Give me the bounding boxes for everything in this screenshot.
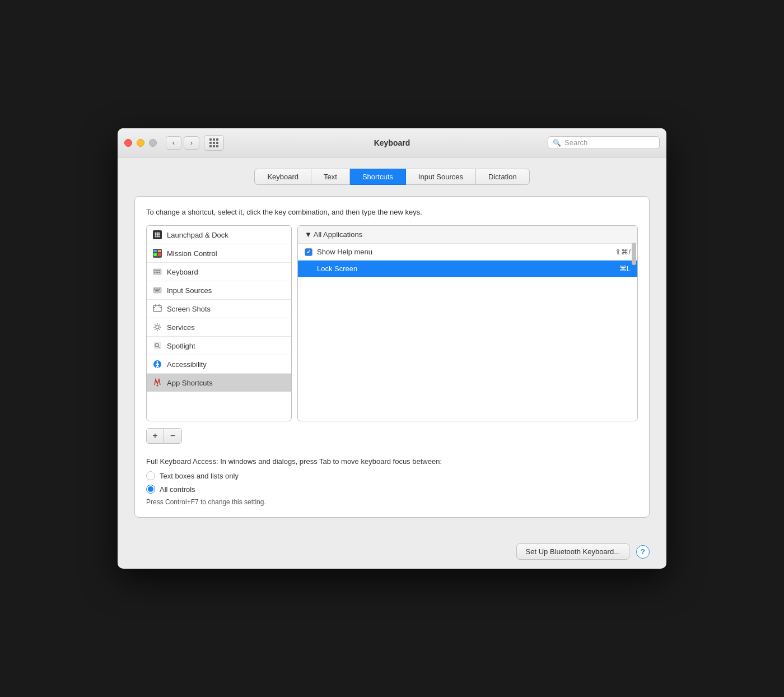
mission-control-icon (152, 248, 162, 258)
maximize-button[interactable] (149, 139, 157, 147)
svg-rect-24 (154, 289, 155, 290)
sidebar-item-mission-control[interactable]: Mission Control (147, 244, 291, 263)
svg-point-39 (157, 361, 158, 363)
sidebar-item-screen-shots[interactable]: Screen Shots (147, 300, 291, 318)
accessibility-icon (152, 359, 162, 369)
keyboard-icon (152, 267, 162, 277)
radio-label-text-only: Text boxes and lists only (160, 472, 239, 480)
svg-rect-28 (155, 290, 159, 291)
svg-point-34 (156, 326, 159, 329)
checkmark-icon: ✓ (306, 249, 311, 255)
sidebar-item-accessibility[interactable]: Accessibility (147, 355, 291, 374)
tabs-bar: Keyboard Text Shortcuts Input Sources Di… (134, 169, 650, 185)
svg-rect-21 (156, 272, 158, 273)
sidebar-item-label: Accessibility (167, 360, 207, 369)
add-shortcut-button[interactable]: + (146, 428, 164, 444)
shortcuts-panel: To change a shortcut, select it, click t… (134, 196, 650, 518)
radio-circle-text-only (146, 471, 155, 480)
svg-rect-12 (158, 250, 161, 252)
svg-rect-27 (159, 289, 160, 290)
search-placeholder: Search (564, 138, 587, 147)
category-list: Launchpad & Dock Mission Control Keyboar… (146, 225, 292, 421)
setup-bluetooth-button[interactable]: Set Up Bluetooth Keyboard... (516, 543, 629, 560)
svg-rect-26 (157, 289, 158, 290)
main-window: ‹ › Keyboard 🔍 Search Keyboard Text Shor… (118, 128, 666, 569)
titlebar: ‹ › Keyboard 🔍 Search (118, 128, 666, 157)
help-button[interactable]: ? (636, 545, 650, 559)
tab-dictation[interactable]: Dictation (476, 169, 530, 185)
svg-rect-20 (154, 272, 155, 273)
svg-point-4 (155, 234, 157, 236)
all-apps-header: ▼ All Applications (298, 226, 637, 244)
svg-rect-14 (158, 253, 161, 256)
traffic-lights (124, 139, 157, 147)
sidebar-item-app-shortcuts[interactable]: App Shortcuts (147, 374, 291, 392)
radio-dot (148, 486, 153, 492)
svg-rect-11 (153, 250, 157, 252)
close-button[interactable] (124, 139, 132, 147)
tab-input-sources[interactable]: Input Sources (406, 169, 476, 185)
radio-all-controls[interactable]: All controls (146, 485, 638, 494)
svg-point-44 (157, 385, 158, 387)
shortcut-key: ⇧⌘/ (615, 248, 631, 256)
svg-rect-22 (159, 272, 160, 273)
svg-rect-13 (153, 253, 157, 256)
svg-point-2 (157, 233, 158, 234)
shortcuts-area: Launchpad & Dock Mission Control Keyboar… (146, 225, 638, 421)
shortcut-label: Show Help menu (317, 248, 610, 256)
shortcuts-list-panel: ▼ All Applications ✓ Show Help menu ⇧⌘/ … (297, 225, 638, 421)
forward-button[interactable]: › (184, 136, 199, 150)
grid-icon (209, 138, 218, 147)
sidebar-item-label: Mission Control (167, 249, 217, 258)
sidebar-item-label: Screen Shots (167, 305, 211, 313)
sidebar-item-input-sources[interactable]: Input Sources (147, 281, 291, 300)
content-area: Keyboard Text Shortcuts Input Sources Di… (118, 157, 666, 535)
scrollbar-thumb (632, 243, 636, 265)
svg-point-5 (157, 234, 158, 236)
search-icon: 🔍 (553, 139, 561, 147)
svg-point-7 (155, 236, 157, 238)
sidebar-item-services[interactable]: Services (147, 318, 291, 337)
svg-point-9 (158, 236, 160, 238)
tab-keyboard[interactable]: Keyboard (254, 169, 311, 185)
sidebar-item-keyboard[interactable]: Keyboard (147, 263, 291, 281)
back-button[interactable]: ‹ (166, 136, 181, 150)
window-title: Keyboard (374, 138, 410, 147)
launchpad-icon (152, 230, 162, 240)
remove-shortcut-button[interactable]: − (164, 428, 182, 444)
svg-point-3 (158, 233, 160, 234)
radio-label-all-controls: All controls (160, 485, 195, 494)
input-sources-icon (152, 285, 162, 295)
screen-shots-icon (152, 304, 162, 314)
svg-rect-18 (157, 270, 158, 271)
minimize-button[interactable] (137, 139, 144, 147)
radio-text-only[interactable]: Text boxes and lists only (146, 471, 638, 480)
tab-text[interactable]: Text (311, 169, 350, 185)
shortcut-label: Lock Screen (317, 264, 615, 273)
keyboard-access-section: Full Keyboard Access: In windows and dia… (146, 455, 638, 506)
grid-button[interactable] (204, 135, 224, 151)
svg-rect-19 (159, 270, 160, 271)
shortcut-key: ⌘L (619, 264, 631, 273)
instruction-text: To change a shortcut, select it, click t… (146, 208, 638, 216)
svg-point-6 (158, 234, 160, 236)
sidebar-item-label: Services (167, 323, 195, 332)
add-remove-buttons: + − (146, 428, 638, 444)
tab-shortcuts[interactable]: Shortcuts (350, 169, 406, 185)
shortcut-lock-screen[interactable]: Lock Screen ⌘L (298, 261, 637, 277)
sidebar-item-spotlight[interactable]: Spotlight (147, 337, 291, 355)
sidebar-item-label: Spotlight (167, 342, 195, 350)
app-shortcuts-icon (152, 378, 162, 388)
sidebar-item-label: Keyboard (167, 268, 198, 276)
shortcut-show-help[interactable]: ✓ Show Help menu ⇧⌘/ (298, 244, 637, 261)
spotlight-icon (152, 341, 162, 351)
scrollbar-track[interactable] (632, 243, 636, 420)
svg-rect-16 (154, 270, 155, 271)
sidebar-item-launchpad[interactable]: Launchpad & Dock (147, 226, 291, 244)
radio-circle-all-controls (146, 485, 155, 494)
show-help-checkbox[interactable]: ✓ (305, 248, 312, 256)
nav-buttons: ‹ › (166, 136, 199, 150)
search-box[interactable]: 🔍 Search (548, 136, 660, 149)
keyboard-access-title: Full Keyboard Access: In windows and dia… (146, 457, 638, 466)
svg-rect-29 (153, 305, 161, 312)
